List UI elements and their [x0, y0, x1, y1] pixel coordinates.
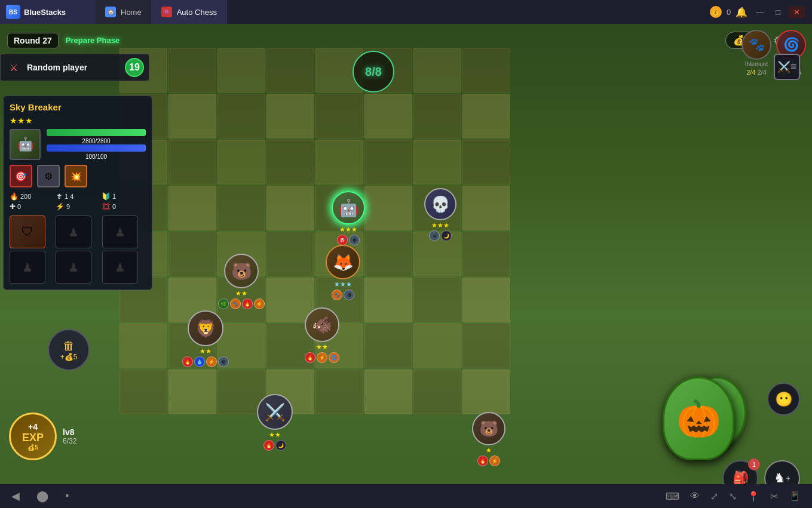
equip-slot-5[interactable]: ♟	[56, 251, 91, 284]
board-cell[interactable]	[462, 324, 510, 368]
equip-slot-1[interactable]: 🛡	[10, 215, 45, 248]
resize-icon[interactable]: ⤢	[708, 488, 721, 504]
home-button[interactable]: ⬤	[34, 487, 51, 505]
add-piece-plus: +	[786, 473, 790, 483]
equip-slot-3[interactable]: ♟	[102, 215, 138, 248]
board-cell[interactable]	[462, 370, 510, 414]
piece-body-6: 🐗	[305, 307, 339, 342]
mp-text: 100/100	[47, 153, 146, 160]
equip-slot-6[interactable]: ♟	[102, 251, 138, 284]
window-close[interactable]: ✕	[789, 7, 805, 18]
board-cell[interactable]	[364, 370, 412, 414]
phone-icon[interactable]: 📱	[786, 488, 803, 504]
chess-piece-2[interactable]: 💀 ★★★ ☠ 🌙	[424, 188, 456, 241]
exp-cost: 💰5	[27, 444, 38, 451]
recent-button[interactable]: ▪	[63, 487, 71, 505]
location-icon[interactable]: 📍	[745, 488, 762, 504]
player-avatar-ihlemunt[interactable]: 🐾 Ihlemunt 2/4 2/4	[741, 30, 771, 76]
board-cell[interactable]	[364, 94, 412, 138]
board-cell[interactable]	[413, 94, 461, 138]
expand-icon[interactable]: ⤡	[727, 488, 739, 504]
board-cell[interactable]	[266, 140, 314, 184]
board-cell[interactable]	[315, 94, 363, 138]
keyboard-icon[interactable]: ⌨	[663, 488, 682, 504]
board-cell[interactable]	[168, 94, 216, 138]
piece-badges-8: 🔥 ⚡	[477, 455, 500, 466]
player-panel: ⚔ Random player 19	[0, 54, 149, 82]
mp-bar	[47, 144, 146, 152]
piece-badge: 🔥	[242, 298, 253, 309]
tab-home[interactable]: 🏠 Home	[96, 0, 152, 24]
board-cell[interactable]	[315, 140, 363, 184]
chess-piece-7[interactable]: ⚔️ ★★ 🔥 🌙	[257, 394, 293, 451]
board-cell[interactable]	[315, 370, 363, 414]
combat-log-button[interactable]: ⚔️≡	[774, 54, 800, 80]
board-cell[interactable]	[364, 140, 412, 184]
board-cell[interactable]	[266, 232, 314, 276]
window-maximize[interactable]: □	[772, 7, 784, 18]
board-cell[interactable]	[266, 186, 314, 230]
equip-slot-4[interactable]: ♟	[10, 251, 45, 284]
trash-gold-text: +💰5	[60, 353, 78, 361]
board-cell[interactable]	[462, 140, 510, 184]
board-cell[interactable]	[413, 278, 461, 322]
piece-badges-6: 🔥 ⚡ 🌀	[305, 352, 339, 363]
piece-badge: 🌙	[275, 440, 286, 451]
board-cell[interactable]	[364, 186, 412, 230]
board-cell[interactable]	[217, 140, 265, 184]
character-panel: Sky Breaker ★★★ 🤖 2800/2800 100/100	[3, 96, 152, 290]
eye-icon[interactable]: 👁	[688, 488, 702, 504]
piece-badge: 🌙	[441, 230, 452, 241]
ability-1[interactable]: 🎯	[10, 165, 32, 187]
chess-piece-3[interactable]: 🐻 ★★ 🌿 🐾 🔥 ⚡	[218, 254, 265, 309]
player-row: ⚔ Random player 19	[0, 54, 149, 81]
character-abilities: 🎯 ⚙ 💥	[10, 165, 146, 187]
board-cell[interactable]	[462, 94, 510, 138]
board-cell[interactable]	[217, 94, 265, 138]
bluestacks-logo: BS BlueStacks	[0, 0, 96, 24]
equip-slot-2[interactable]: ♟	[56, 215, 91, 248]
exp-button[interactable]: +4 EXP 💰5	[9, 412, 57, 460]
board-cell[interactable]	[364, 232, 412, 276]
character-portrait: 🤖	[10, 129, 41, 160]
board-cell[interactable]	[168, 370, 216, 414]
board-cell[interactable]	[413, 370, 461, 414]
piece-stars-4: ★★★	[334, 281, 352, 288]
back-button[interactable]: ◀	[9, 487, 22, 505]
board-cell[interactable]	[119, 324, 167, 368]
board-cell[interactable]	[462, 278, 510, 322]
board-cell[interactable]	[168, 140, 216, 184]
board-cell[interactable]	[462, 186, 510, 230]
notification-icon[interactable]: 🔔	[736, 7, 747, 18]
board-cell[interactable]	[462, 232, 510, 276]
board-cell[interactable]	[364, 324, 412, 368]
board-cell[interactable]	[119, 370, 167, 414]
chess-piece-6[interactable]: 🐗 ★★ 🔥 ⚡ 🌀	[305, 307, 339, 363]
board-cell[interactable]	[168, 232, 216, 276]
ability-3[interactable]: 💥	[65, 165, 87, 187]
board-cell[interactable]	[413, 140, 461, 184]
piece-badges-4: 🐾 ⚙	[332, 290, 354, 300]
board-cell[interactable]	[413, 324, 461, 368]
trash-sell-button[interactable]: 🗑 +💰5	[48, 329, 90, 371]
lifesteal-icon: ✚	[10, 202, 16, 211]
board-cell[interactable]	[217, 186, 265, 230]
chess-piece-4[interactable]: 🦊 ★★★ 🐾 ⚙	[326, 245, 360, 300]
board-cell[interactable]	[364, 278, 412, 322]
tab-game[interactable]: 👾 Auto Chess	[152, 0, 227, 24]
crit-icon: 💢	[102, 202, 111, 211]
top-ui-bar: Round 27 Prepare Phase 💰 54 ⚙ 📖	[0, 24, 812, 57]
scissors-icon[interactable]: ✂	[768, 488, 780, 504]
board-cell[interactable]	[266, 94, 314, 138]
synergy-ihlemunt: 2/4 2/4	[746, 69, 767, 76]
chess-piece-8[interactable]: 🐻 ★ 🔥 ⚡	[472, 412, 505, 466]
emoji-button[interactable]: 😶	[767, 383, 800, 415]
window-minimize[interactable]: —	[752, 7, 767, 18]
chess-piece-5[interactable]: 🦁 ★★ 🔥 💧 ⚡ ⚙	[182, 310, 229, 367]
chess-board[interactable]	[119, 48, 609, 454]
chess-piece-1[interactable]: 🤖 ★★★ 🎯 ⚙	[332, 191, 365, 245]
ability-2[interactable]: ⚙	[37, 165, 60, 187]
taskbar-nav: ◀ ⬤ ▪	[9, 487, 71, 505]
board-cell[interactable]	[168, 186, 216, 230]
piece-body-3: 🐻	[224, 254, 259, 288]
